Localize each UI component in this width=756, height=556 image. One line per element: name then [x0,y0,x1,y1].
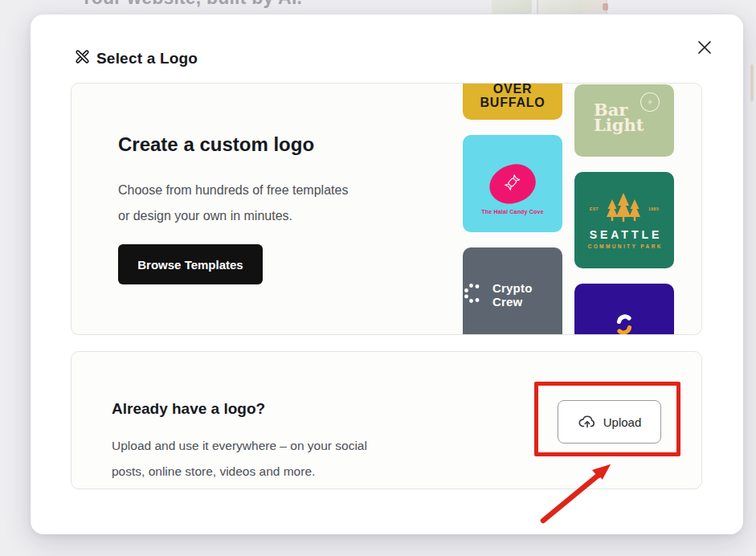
modal-title: Select a Logo [96,50,198,67]
upload-card-body-line2: posts, online store, videos and more. [112,459,367,484]
create-card-body: Choose from hundreds of free templates o… [118,178,348,229]
upload-button-label: Upload [603,415,642,429]
background-image-fragment [537,0,607,14]
upload-card-body: Upload and use it everywhere – on your s… [112,433,367,484]
over-buffalo-wordmark: OVER BUFFALO [463,83,562,109]
upload-button[interactable]: Upload [558,400,661,444]
candy-wrapper-icon [499,170,526,198]
logo-tile-over-buffalo[interactable]: OVER BUFFALO [463,83,562,120]
seattle-wordmark: SEATTLE [586,228,663,241]
select-logo-modal: Select a Logo Create a custom logo Choos… [31,14,743,534]
logo-tile-spiral[interactable] [574,284,674,335]
design-tools-icon [74,48,91,68]
background-image-fragment [603,3,608,10]
background-scrollbar-mark [750,64,754,101]
create-custom-logo-card: Create a custom logo Choose from hundred… [71,83,702,335]
logo-tile-seattle-park[interactable]: EST 1985 SEATTLE COMMUNITY PARK [574,172,674,268]
halal-candy-label: The Halal Candy Cove [481,209,544,215]
logo-tile-bar-light[interactable]: Bar Light ✳ [574,84,674,157]
logo-tile-crypto-crew[interactable]: Crypto Crew [463,247,562,335]
spiral-s-icon [612,313,636,335]
pine-trees-icon [603,193,644,225]
dot-spinner-icon [463,282,485,308]
candy-blob-mark [487,161,538,206]
crypto-crew-wordmark: Crypto Crew [492,281,562,309]
upload-card-body-line1: Upload and use it everywhere – on your s… [112,433,367,459]
upload-card-heading: Already have a logo? [112,400,265,418]
seattle-tagline: COMMUNITY PARK [586,243,663,249]
create-card-body-line1: Choose from hundreds of free templates [118,178,348,203]
cloud-upload-icon [578,413,597,431]
upload-logo-card: Already have a logo? Upload and use it e… [71,351,702,489]
logo-tile-halal-candy-cove[interactable]: The Halal Candy Cove [463,135,562,232]
bar-light-wordmark: Bar Light [594,102,644,133]
background-image-fragment [492,0,532,14]
create-card-body-line2: or design your own in minutes. [118,203,348,229]
modal-header: Select a Logo [74,48,198,68]
seattle-year-label: 1985 [648,206,659,211]
create-card-heading: Create a custom logo [118,133,314,156]
seattle-est-label: EST [590,206,599,211]
close-icon [697,39,713,58]
browse-templates-button[interactable]: Browse Templates [118,244,263,284]
background-page-heading: Your website, built by AI. [80,0,302,9]
close-button[interactable] [693,37,716,59]
